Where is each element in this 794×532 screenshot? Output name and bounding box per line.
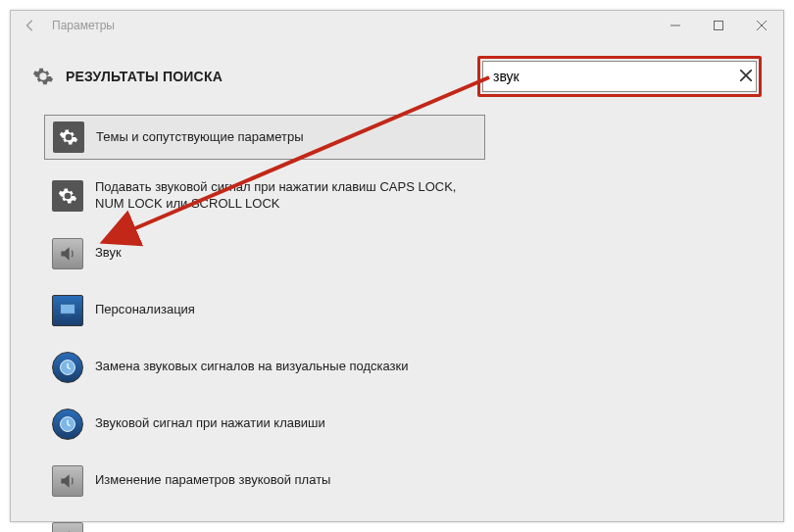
speaker-icon [52,238,83,269]
settings-window: Параметры РЕЗУЛЬТАТЫ ПОИСКА [10,10,784,522]
maximize-icon [714,21,723,30]
result-item[interactable]: Звуковой сигнал при нажатии клавиши [44,403,485,446]
result-item[interactable]: Звук [44,232,485,275]
window-controls [654,11,783,40]
close-icon [757,21,767,30]
window-title: Параметры [52,19,115,32]
svg-rect-1 [715,22,723,30]
monitor-icon [52,295,83,326]
result-label: Изменение параметров звуковой платы [95,472,330,489]
result-item[interactable]: Замена звуковых сигналов на визуальные п… [44,346,485,389]
gear-icon [32,66,54,87]
result-label: Темы и сопутствующие параметры [96,129,304,146]
speaker-icon [52,465,83,497]
clear-search-button[interactable] [740,69,752,84]
back-button[interactable] [17,12,44,39]
minimize-icon [670,21,680,30]
results-list: Темы и сопутствующие параметрыПодавать з… [11,105,783,532]
result-label: Замена звуковых сигналов на визуальные п… [95,359,409,375]
result-label: Персонализация [95,302,195,318]
result-label: Подавать звуковой сигнал при нажатии кла… [95,179,468,213]
result-item[interactable]: Изменение параметров звуковой платы [44,459,485,503]
search-container [477,56,762,97]
clock-icon [52,409,83,440]
svg-rect-2 [61,304,75,314]
result-item[interactable]: Подавать звуковой сигнал при нажатии кла… [44,173,485,218]
result-item[interactable]: Персонализация [44,289,485,332]
minimize-button[interactable] [654,11,697,40]
titlebar: Параметры [11,11,783,40]
result-label: Звук [95,245,122,262]
maximize-button[interactable] [697,11,740,40]
gear-icon [53,121,84,153]
close-button[interactable] [740,11,783,40]
annotation-search-highlight [477,56,762,97]
speaker-icon [52,522,83,532]
clock-icon [52,352,83,383]
result-item[interactable]: Изменение системных звуков [44,516,485,532]
arrow-left-icon [24,19,37,32]
x-icon [740,70,752,81]
gear-icon [52,180,83,212]
svg-rect-3 [66,314,71,316]
result-item[interactable]: Темы и сопутствующие параметры [44,115,485,160]
header-row: РЕЗУЛЬТАТЫ ПОИСКА [11,40,783,105]
settings-icon [32,66,54,87]
result-label: Звуковой сигнал при нажатии клавиши [95,415,325,432]
search-input[interactable] [482,61,757,92]
page-title: РЕЗУЛЬТАТЫ ПОИСКА [66,69,223,84]
